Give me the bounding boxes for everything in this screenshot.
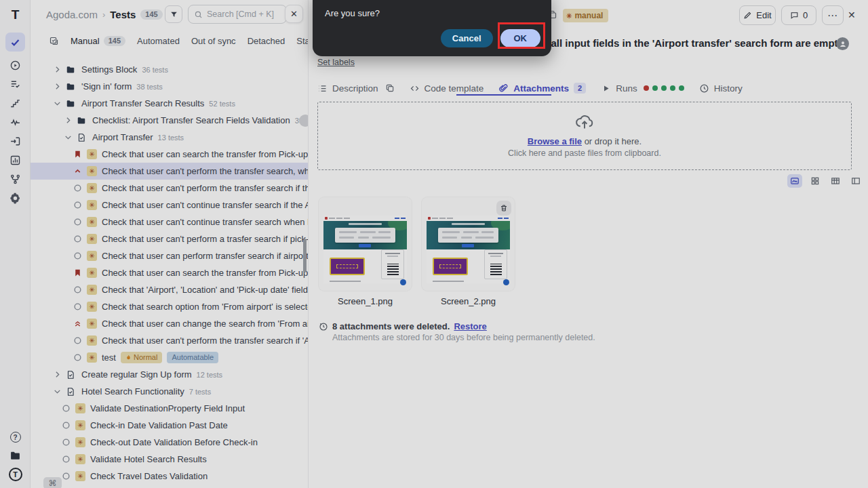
cancel-button[interactable]: Cancel — [441, 29, 493, 47]
annotation-highlight-box — [498, 22, 545, 49]
app-root: T ? T Agoda.com › Tests 145 ✕ — [0, 0, 868, 488]
modal-backdrop — [0, 0, 868, 488]
confirm-message: Are you sure? — [325, 8, 380, 18]
